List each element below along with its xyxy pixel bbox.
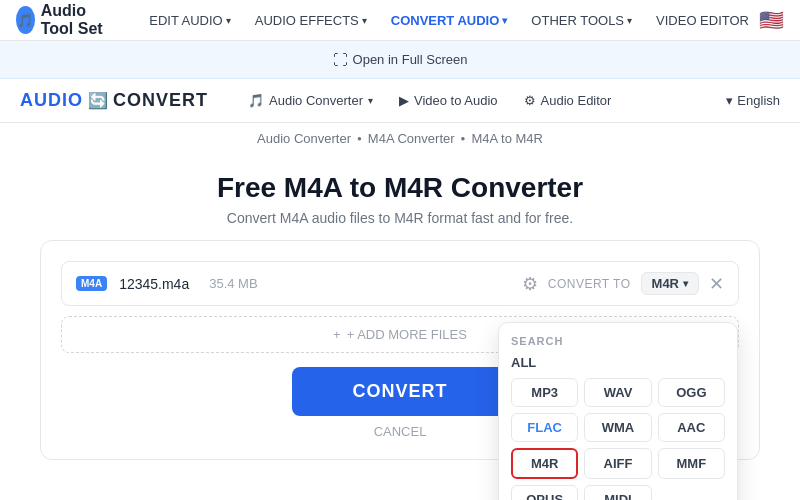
breadcrumb-separator: ● <box>357 134 362 143</box>
logo-icon: 🎵 <box>16 6 35 34</box>
close-file-button[interactable]: ✕ <box>709 273 724 295</box>
format-ogg[interactable]: OGG <box>658 378 725 407</box>
format-midi[interactable]: MIDI <box>584 485 651 500</box>
sub-nav-audio-editor[interactable]: ⚙ Audio Editor <box>512 89 624 112</box>
breadcrumb: Audio Converter ● M4A Converter ● M4A to… <box>0 123 800 154</box>
sub-brand[interactable]: AUDIO 🔄 CONVERT <box>20 90 208 111</box>
hero-section: Free M4A to M4R Converter Convert M4A au… <box>0 154 800 240</box>
nav-other-tools[interactable]: OTHER TOOLS ▾ <box>521 9 642 32</box>
file-right-controls: ⚙ CONVERT TO M4R ▾ ✕ <box>522 272 724 295</box>
chevron-down-icon: ▾ <box>362 15 367 26</box>
language-selector[interactable]: ▾ English <box>726 93 780 108</box>
top-nav: 🎵 Audio Tool Set EDIT AUDIO ▾ AUDIO EFFE… <box>0 0 800 41</box>
format-wav[interactable]: WAV <box>584 378 651 407</box>
nav-items: EDIT AUDIO ▾ AUDIO EFFECTS ▾ CONVERT AUD… <box>139 9 759 32</box>
convert-button[interactable]: CONVERT <box>292 367 507 416</box>
chevron-down-icon: ▾ <box>368 95 373 106</box>
format-m4r[interactable]: M4R <box>511 448 578 479</box>
cancel-button[interactable]: CANCEL <box>374 424 427 439</box>
music-icon: 🎵 <box>248 93 264 108</box>
selected-format: M4R <box>652 276 679 291</box>
format-grid: MP3 WAV OGG FLAC WMA AAC M4R AIFF MMF OP… <box>511 378 725 500</box>
nav-audio-effects[interactable]: AUDIO EFFECTS ▾ <box>245 9 377 32</box>
file-size: 35.4 MB <box>209 276 257 291</box>
chevron-down-icon: ▾ <box>683 278 688 289</box>
format-opus[interactable]: OPUS <box>511 485 578 500</box>
format-mp3[interactable]: MP3 <box>511 378 578 407</box>
format-aiff[interactable]: AIFF <box>584 448 651 479</box>
breadcrumb-audio-converter[interactable]: Audio Converter <box>257 131 351 146</box>
chevron-down-icon: ▾ <box>627 15 632 26</box>
nav-video-editor[interactable]: VIDEO EDITOR <box>646 9 759 32</box>
editor-icon: ⚙ <box>524 93 536 108</box>
chevron-down-icon: ▾ <box>726 93 733 108</box>
brand-convert: CONVERT <box>113 90 208 111</box>
page-title: Free M4A to M4R Converter <box>0 172 800 204</box>
fullscreen-button[interactable]: ⛶ Open in Full Screen <box>333 51 468 68</box>
sub-nav: AUDIO 🔄 CONVERT 🎵 Audio Converter ▾ ▶ Vi… <box>0 79 800 123</box>
convert-to-label: CONVERT TO <box>548 277 631 291</box>
main-content: M4A 12345.m4a 35.4 MB ⚙ CONVERT TO M4R ▾… <box>0 240 800 480</box>
sub-nav-video-to-audio[interactable]: ▶ Video to Audio <box>387 89 510 112</box>
fullscreen-icon: ⛶ <box>333 51 348 68</box>
logo-text: Audio Tool Set <box>41 2 116 38</box>
format-mmf[interactable]: MMF <box>658 448 725 479</box>
file-name: 12345.m4a <box>119 276 189 292</box>
converter-box: M4A 12345.m4a 35.4 MB ⚙ CONVERT TO M4R ▾… <box>40 240 760 460</box>
logo[interactable]: 🎵 Audio Tool Set <box>16 2 115 38</box>
file-row: M4A 12345.m4a 35.4 MB ⚙ CONVERT TO M4R ▾… <box>61 261 739 306</box>
video-icon: ▶ <box>399 93 409 108</box>
brand-icon: 🔄 <box>88 91 108 110</box>
brand-audio: AUDIO <box>20 90 83 111</box>
plus-icon: + <box>333 327 341 342</box>
breadcrumb-separator: ● <box>461 134 466 143</box>
format-selector[interactable]: M4R ▾ <box>641 272 699 295</box>
format-wma[interactable]: WMA <box>584 413 651 442</box>
nav-edit-audio[interactable]: EDIT AUDIO ▾ <box>139 9 240 32</box>
file-type-badge: M4A <box>76 276 107 291</box>
all-label: ALL <box>511 355 725 370</box>
flag-icon[interactable]: 🇺🇸 <box>759 8 784 32</box>
nav-convert-audio[interactable]: CONVERT AUDIO ▾ <box>381 9 518 32</box>
sub-nav-items: 🎵 Audio Converter ▾ ▶ Video to Audio ⚙ A… <box>236 89 726 112</box>
format-dropdown: SEARCH ALL MP3 WAV OGG FLAC WMA AAC M4R … <box>498 322 738 500</box>
format-aac[interactable]: AAC <box>658 413 725 442</box>
second-bar: ⛶ Open in Full Screen <box>0 41 800 79</box>
breadcrumb-m4a-converter[interactable]: M4A Converter <box>368 131 455 146</box>
settings-icon[interactable]: ⚙ <box>522 273 538 295</box>
page-subtitle: Convert M4A audio files to M4R format fa… <box>0 210 800 226</box>
chevron-down-icon: ▾ <box>226 15 231 26</box>
format-flac[interactable]: FLAC <box>511 413 578 442</box>
breadcrumb-m4a-to-m4r[interactable]: M4A to M4R <box>471 131 543 146</box>
sub-nav-audio-converter[interactable]: 🎵 Audio Converter ▾ <box>236 89 385 112</box>
search-label: SEARCH <box>511 335 725 347</box>
chevron-down-icon: ▾ <box>502 15 507 26</box>
